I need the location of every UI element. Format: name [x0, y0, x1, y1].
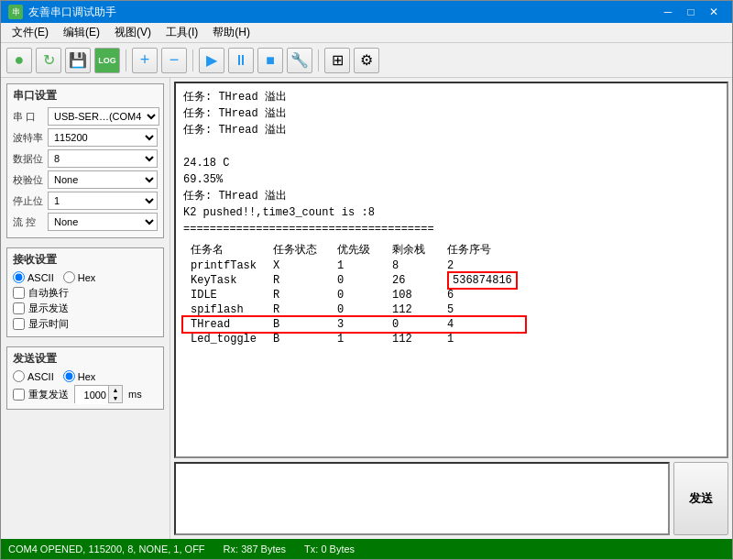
- flow-select[interactable]: None: [48, 213, 158, 231]
- maximize-button[interactable]: □: [680, 4, 702, 20]
- brush-button[interactable]: 🔧: [287, 48, 312, 73]
- output-line-sep: ======================================: [183, 221, 719, 237]
- table-row: IDLE R 0 108 6: [183, 288, 525, 302]
- show-send-label: 显示发送: [28, 302, 69, 315]
- output-line-blank1: [183, 138, 719, 155]
- menu-tools[interactable]: 工具(I): [159, 23, 205, 42]
- add-button[interactable]: +: [132, 48, 158, 73]
- col-header-stack: 剩余栈: [385, 241, 440, 258]
- grid-button[interactable]: ⊞: [324, 48, 350, 73]
- row4-stack: 112: [385, 302, 440, 317]
- baud-label: 波特率: [13, 131, 44, 145]
- toolbar: ● ↻ 💾 LOG + − ▶ ⏸ ■ 🔧 ⊞ ⚙: [1, 43, 732, 78]
- rx-status: Rx: 387 Bytes: [224, 544, 286, 555]
- title-bar-left: 串 友善串口调试助手: [8, 5, 116, 20]
- send-input[interactable]: [174, 462, 670, 535]
- receive-hex-radio[interactable]: [63, 271, 75, 283]
- row6-stack: 112: [385, 332, 440, 346]
- serial-section-title: 串口设置: [13, 88, 158, 104]
- spinner-up-button[interactable]: ▲: [109, 386, 122, 394]
- row1-state: X: [266, 258, 330, 273]
- bottom-area: 发送: [174, 462, 728, 535]
- minimize-button[interactable]: ─: [657, 4, 679, 20]
- repeat-send-check[interactable]: [13, 389, 25, 401]
- table-header-row: 任务名 任务状态 优先级 剩余栈 任务序号: [183, 241, 525, 258]
- show-time-check[interactable]: [13, 318, 25, 330]
- menu-view[interactable]: 视图(V): [107, 23, 159, 42]
- row5-state: B: [266, 317, 330, 332]
- menu-help[interactable]: 帮助(H): [205, 23, 257, 42]
- row6-name: Led_toggle: [183, 332, 266, 346]
- open-button[interactable]: ●: [6, 48, 32, 73]
- table-row: Led_toggle B 1 112 1: [183, 332, 525, 346]
- menu-bar: 文件(E) 编辑(E) 视图(V) 工具(I) 帮助(H): [1, 23, 732, 43]
- row1-name: printfTask: [183, 258, 266, 273]
- row3-id: 6: [440, 288, 525, 302]
- flow-label: 流 控: [13, 215, 44, 229]
- send-hex-label[interactable]: Hex: [63, 370, 96, 382]
- row1-priority: 1: [330, 258, 385, 273]
- parity-label: 校验位: [13, 173, 44, 187]
- send-ascii-radio[interactable]: [13, 370, 25, 382]
- row3-stack: 108: [385, 288, 440, 302]
- spinner-buttons: ▲ ▼: [108, 386, 122, 402]
- receive-ascii-radio[interactable]: [13, 271, 25, 283]
- row2-priority: 0: [330, 273, 385, 288]
- spinner-down-button[interactable]: ▼: [109, 394, 122, 402]
- port-select[interactable]: USB-SER…(COM4: [48, 107, 159, 126]
- main-content: 串口设置 串 口 USB-SER…(COM4 波特率 115200 数据位: [1, 78, 732, 539]
- row4-name: spiflash: [183, 302, 266, 317]
- menu-file[interactable]: 文件(E): [5, 23, 56, 42]
- row5-id: 4: [440, 317, 525, 332]
- pause-button[interactable]: ⏸: [228, 48, 254, 73]
- row5-stack: 0: [385, 317, 440, 332]
- row3-priority: 0: [330, 288, 385, 302]
- baud-select[interactable]: 115200: [48, 128, 158, 147]
- col-header-name: 任务名: [183, 241, 266, 258]
- row5-name: THread: [183, 317, 266, 332]
- parity-row: 校验位 None: [13, 170, 158, 189]
- row4-state: R: [266, 302, 330, 317]
- stop-button[interactable]: ■: [257, 48, 283, 73]
- table-row: KeyTask R 0 26 536874816: [183, 273, 525, 288]
- auto-newline-check[interactable]: [13, 287, 25, 299]
- status-bar: COM4 OPENED, 115200, 8, NONE, 1, OFF Rx:…: [1, 539, 732, 559]
- show-send-check[interactable]: [13, 302, 25, 314]
- menu-edit[interactable]: 编辑(E): [56, 23, 107, 42]
- send-ascii-label[interactable]: ASCII: [13, 370, 54, 382]
- row2-id: 536874816: [440, 273, 525, 288]
- log-button[interactable]: LOG: [94, 48, 120, 73]
- send-button[interactable]: 发送: [673, 462, 728, 535]
- close-button[interactable]: ✕: [703, 4, 725, 20]
- data-select[interactable]: 8: [48, 149, 158, 168]
- minus-button[interactable]: −: [161, 48, 187, 73]
- output-line-k2: K2 pushed!!,time3_count is :8: [183, 204, 719, 221]
- flow-row: 流 控 None: [13, 213, 158, 231]
- col-header-state: 任务状态: [266, 241, 330, 258]
- right-panel: 任务: THread 溢出 任务: THread 溢出 任务: THread 溢…: [170, 78, 732, 539]
- settings-button[interactable]: ⚙: [354, 48, 379, 73]
- row3-state: R: [266, 288, 330, 302]
- stop-label: 停止位: [13, 194, 44, 208]
- play-button[interactable]: ▶: [199, 48, 224, 73]
- receive-ascii-label[interactable]: ASCII: [13, 271, 54, 283]
- stop-select[interactable]: 1: [48, 192, 158, 210]
- baud-row: 波特率 115200: [13, 128, 158, 147]
- repeat-send-label: 重复发送: [28, 388, 69, 401]
- table-row: THread B 3 0 4: [183, 317, 525, 332]
- show-send-row: 显示发送: [13, 302, 158, 315]
- save-button[interactable]: 💾: [65, 48, 91, 73]
- repeat-unit-label: ms: [128, 389, 142, 400]
- refresh-button[interactable]: ↻: [36, 48, 61, 73]
- receive-hex-label[interactable]: Hex: [63, 271, 96, 283]
- separator2: [192, 49, 193, 71]
- send-settings-section: 发送设置 ASCII Hex 重复发送: [6, 346, 164, 410]
- repeat-value-input[interactable]: [75, 386, 108, 404]
- output-area[interactable]: 任务: THread 溢出 任务: THread 溢出 任务: THread 溢…: [174, 82, 728, 458]
- send-hex-radio[interactable]: [63, 370, 75, 382]
- row2-state: R: [266, 273, 330, 288]
- show-time-label: 显示时间: [28, 317, 69, 331]
- parity-select[interactable]: None: [48, 170, 158, 189]
- title-bar: 串 友善串口调试助手 ─ □ ✕: [1, 1, 732, 23]
- row3-name: IDLE: [183, 288, 266, 302]
